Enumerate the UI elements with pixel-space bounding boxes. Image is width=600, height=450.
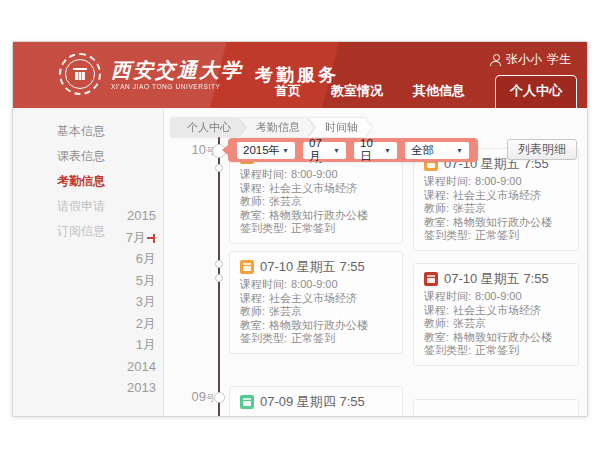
sidebar-item-schedule-info[interactable]: 课表信息 (13, 144, 163, 169)
timeline-year-list: 2015 7月 6月 5月 3月 2月 1月 2014 2013 (126, 205, 156, 399)
chevron-down-icon: ▼ (384, 146, 391, 153)
breadcrumb-attendance-info[interactable]: 考勤信息 (240, 118, 314, 137)
status-calendar-icon (240, 260, 254, 274)
status-calendar-icon (424, 272, 438, 286)
breadcrumb-timeline[interactable]: 时间轴 (309, 118, 372, 137)
status-calendar-icon (240, 395, 254, 409)
user-name: 张小小 (506, 51, 542, 68)
category-dropdown[interactable]: 全部 ▼ (405, 142, 469, 159)
chevron-down-icon: ▼ (333, 146, 340, 153)
nav-item-other-info[interactable]: 其他信息 (413, 82, 465, 108)
sidebar: 基本信息 课表信息 考勤信息 请假申请 订阅信息 2015 7月 6月 5月 3… (13, 108, 164, 416)
user-account[interactable]: 张小小 学生 (490, 51, 571, 68)
nav-tab-personal-center[interactable]: 个人中心 (495, 75, 577, 108)
timeline-dot (214, 392, 225, 403)
nav-item-classrooms[interactable]: 教室情况 (331, 82, 383, 108)
timeline-entry-january[interactable]: 1月 (126, 334, 156, 356)
card-date: 07-09 星期四 7:55 (260, 393, 365, 411)
filter-bar: 2015年 ▼ 07月 ▼ 10日 ▼ 全部 ▼ (228, 138, 478, 162)
attendance-card: 07-09 星期四 7:55 (229, 386, 403, 417)
main-nav: 首页 教室情况 其他信息 个人中心 (275, 75, 577, 108)
university-name-en: XI'AN JIAO TONG UNIVERSITY (111, 83, 243, 90)
attendance-card-partial (413, 399, 579, 417)
chevron-down-icon: ▼ (282, 146, 289, 153)
timeline-entry-june[interactable]: 6月 (126, 248, 156, 270)
attendance-card: 07-10 星期五 7:55 课程时间:8:00-9:00 课程:社会主义市场经… (413, 148, 579, 251)
timeline-entry-march[interactable]: 3月 (126, 291, 156, 313)
sidebar-item-attendance-info[interactable]: 考勤信息 (13, 169, 163, 194)
card-date: 07-10 星期五 7:55 (444, 270, 549, 288)
timeline-entry-may[interactable]: 5月 (126, 270, 156, 292)
screenshot-canvas: 西安交通大学 XI'AN JIAO TONG UNIVERSITY 考勤服务 张… (0, 0, 600, 450)
timeline-dot (215, 164, 223, 172)
attendance-card: 07-10 星期五 7:55 课程时间:8:00-9:00 课程:社会主义市场经… (413, 263, 579, 366)
timeline-entry-july[interactable]: 7月 (126, 227, 156, 249)
timeline-entry-2014[interactable]: 2014 (126, 356, 156, 378)
year-dropdown[interactable]: 2015年 ▼ (237, 142, 295, 159)
month-dropdown[interactable]: 07月 ▼ (303, 142, 346, 159)
breadcrumb-personal-center[interactable]: 个人中心 (171, 118, 245, 137)
day-label-10: 10号 (179, 142, 215, 158)
current-month-marker-icon (147, 234, 156, 243)
card-date: 07-10 星期五 7:55 (260, 258, 365, 276)
attendance-card: 07-10 星期五 7:55 课程时间:8:00-9:00 课程:社会主义市场经… (229, 251, 403, 354)
timeline-dot (215, 274, 223, 282)
university-logo-icon (59, 53, 101, 95)
day-label-09: 09号 (179, 389, 215, 405)
timeline-entry-february[interactable]: 2月 (126, 313, 156, 335)
user-icon (490, 54, 501, 65)
app-window: 西安交通大学 XI'AN JIAO TONG UNIVERSITY 考勤服务 张… (12, 41, 588, 417)
sidebar-item-basic-info[interactable]: 基本信息 (13, 119, 163, 144)
breadcrumb: 个人中心 考勤信息 时间轴 (171, 118, 372, 137)
day-dropdown[interactable]: 10日 ▼ (354, 142, 397, 159)
nav-item-home[interactable]: 首页 (275, 82, 301, 108)
timeline-entry-2013[interactable]: 2013 (126, 377, 156, 399)
chevron-down-icon: ▼ (456, 146, 463, 153)
list-detail-button[interactable]: 列表明细 (507, 139, 577, 160)
app-header: 西安交通大学 XI'AN JIAO TONG UNIVERSITY 考勤服务 张… (13, 42, 587, 108)
timeline-dot (215, 260, 223, 268)
user-role: 学生 (547, 51, 571, 68)
university-name-cn: 西安交通大学 (111, 59, 243, 81)
timeline-entry-2015[interactable]: 2015 (126, 205, 156, 227)
